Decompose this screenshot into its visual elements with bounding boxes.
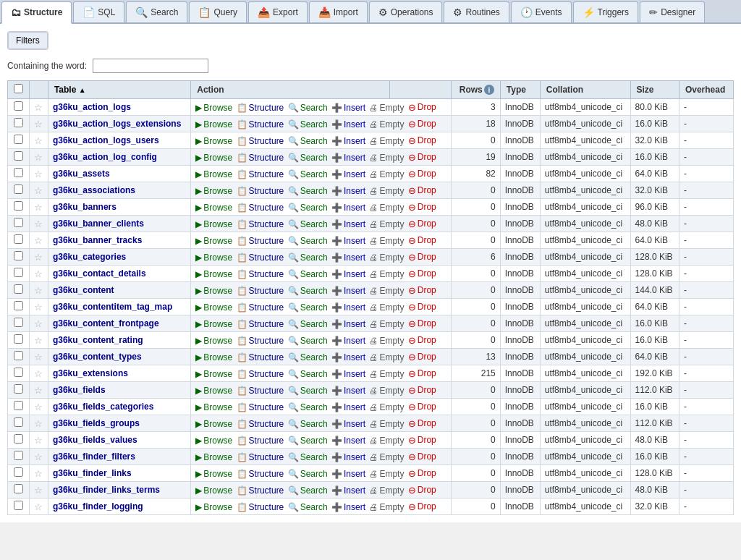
insert-link-20[interactable]: ➕ Insert (331, 436, 365, 446)
drop-link-8[interactable]: ⊖ Drop (408, 235, 436, 246)
structure-link-7[interactable]: 📋 Structure (237, 219, 284, 229)
browse-link-0[interactable]: ▶ Browse (195, 103, 232, 113)
browse-link-24[interactable]: ▶ Browse (195, 502, 232, 512)
table-name-link-10[interactable]: g36ku_contact_details (53, 268, 146, 279)
empty-link-16[interactable]: 🖨 Empty (369, 369, 404, 379)
empty-link-1[interactable]: 🖨 Empty (369, 119, 404, 130)
row-checkbox-2[interactable] (14, 135, 23, 144)
empty-link-0[interactable]: 🖨 Empty (369, 103, 404, 113)
insert-link-21[interactable]: ➕ Insert (331, 452, 365, 462)
star-icon-10[interactable]: ☆ (34, 268, 43, 279)
structure-link-3[interactable]: 📋 Structure (237, 153, 284, 163)
table-name-link-4[interactable]: g36ku_assets (53, 169, 110, 179)
browse-link-19[interactable]: ▶ Browse (195, 419, 232, 429)
search-link-3[interactable]: 🔍 Search (288, 153, 328, 163)
browse-link-5[interactable]: ▶ Browse (195, 186, 232, 196)
table-name-link-12[interactable]: g36ku_contentitem_tag_map (53, 302, 172, 312)
search-link-11[interactable]: 🔍 Search (288, 286, 328, 296)
drop-link-21[interactable]: ⊖ Drop (408, 451, 436, 462)
search-link-2[interactable]: 🔍 Search (288, 136, 328, 146)
row-checkbox-24[interactable] (14, 501, 23, 510)
table-name-link-1[interactable]: g36ku_action_logs_extensions (53, 119, 181, 129)
drop-link-22[interactable]: ⊖ Drop (408, 468, 436, 479)
drop-link-0[interactable]: ⊖ Drop (408, 102, 436, 113)
structure-link-12[interactable]: 📋 Structure (237, 302, 284, 313)
star-icon-15[interactable]: ☆ (34, 352, 43, 362)
drop-link-17[interactable]: ⊖ Drop (408, 385, 436, 396)
empty-link-3[interactable]: 🖨 Empty (369, 153, 404, 163)
star-icon-8[interactable]: ☆ (34, 235, 43, 246)
search-link-16[interactable]: 🔍 Search (288, 369, 328, 379)
insert-link-4[interactable]: ➕ Insert (331, 169, 365, 179)
row-checkbox-11[interactable] (14, 284, 23, 294)
tab-sql[interactable]: 📄SQL (73, 1, 124, 22)
browse-link-8[interactable]: ▶ Browse (195, 236, 232, 246)
empty-link-12[interactable]: 🖨 Empty (369, 302, 404, 313)
row-checkbox-14[interactable] (14, 334, 23, 344)
tab-structure[interactable]: 🗂Structure (1, 1, 72, 24)
drop-link-15[interactable]: ⊖ Drop (408, 352, 436, 362)
structure-link-23[interactable]: 📋 Structure (237, 485, 284, 496)
tab-events[interactable]: 🕐Events (511, 1, 572, 22)
table-name-link-6[interactable]: g36ku_banners (53, 202, 117, 212)
insert-link-16[interactable]: ➕ Insert (331, 369, 365, 379)
browse-link-10[interactable]: ▶ Browse (195, 269, 232, 279)
empty-link-21[interactable]: 🖨 Empty (369, 452, 404, 462)
insert-link-7[interactable]: ➕ Insert (331, 219, 365, 229)
row-checkbox-20[interactable] (14, 434, 23, 444)
search-link-13[interactable]: 🔍 Search (288, 319, 328, 329)
insert-link-11[interactable]: ➕ Insert (331, 286, 365, 296)
structure-link-4[interactable]: 📋 Structure (237, 169, 284, 179)
drop-link-11[interactable]: ⊖ Drop (408, 285, 436, 296)
drop-link-9[interactable]: ⊖ Drop (408, 252, 436, 263)
search-link-23[interactable]: 🔍 Search (288, 485, 328, 496)
table-name-link-2[interactable]: g36ku_action_logs_users (53, 135, 159, 145)
table-name-link-7[interactable]: g36ku_banner_clients (53, 219, 144, 229)
row-checkbox-10[interactable] (14, 268, 23, 277)
search-link-22[interactable]: 🔍 Search (288, 469, 328, 479)
browse-link-2[interactable]: ▶ Browse (195, 136, 232, 146)
structure-link-24[interactable]: 📋 Structure (237, 502, 284, 512)
table-name-link-11[interactable]: g36ku_content (53, 285, 114, 295)
row-checkbox-21[interactable] (14, 451, 23, 460)
browse-link-13[interactable]: ▶ Browse (195, 319, 232, 329)
table-name-link-8[interactable]: g36ku_banner_tracks (53, 235, 142, 245)
browse-link-21[interactable]: ▶ Browse (195, 452, 232, 462)
insert-link-19[interactable]: ➕ Insert (331, 419, 365, 429)
drop-link-19[interactable]: ⊖ Drop (408, 418, 436, 429)
drop-link-23[interactable]: ⊖ Drop (408, 485, 436, 496)
empty-link-6[interactable]: 🖨 Empty (369, 203, 404, 213)
table-name-link-19[interactable]: g36ku_fields_groups (53, 418, 140, 428)
tab-operations[interactable]: ⚙Operations (369, 1, 443, 22)
search-link-1[interactable]: 🔍 Search (288, 119, 328, 130)
row-checkbox-23[interactable] (14, 484, 23, 493)
search-link-9[interactable]: 🔍 Search (288, 253, 328, 263)
star-icon-20[interactable]: ☆ (34, 435, 43, 446)
browse-link-20[interactable]: ▶ Browse (195, 436, 232, 446)
empty-link-23[interactable]: 🖨 Empty (369, 485, 404, 496)
empty-link-11[interactable]: 🖨 Empty (369, 286, 404, 296)
empty-link-14[interactable]: 🖨 Empty (369, 336, 404, 346)
tab-search[interactable]: 🔍Search (126, 1, 187, 22)
row-checkbox-19[interactable] (14, 417, 23, 427)
browse-link-17[interactable]: ▶ Browse (195, 386, 232, 396)
structure-link-19[interactable]: 📋 Structure (237, 419, 284, 429)
drop-link-18[interactable]: ⊖ Drop (408, 402, 436, 412)
browse-link-14[interactable]: ▶ Browse (195, 336, 232, 346)
row-checkbox-1[interactable] (14, 118, 23, 127)
search-link-21[interactable]: 🔍 Search (288, 452, 328, 462)
star-icon-13[interactable]: ☆ (34, 318, 43, 329)
insert-link-5[interactable]: ➕ Insert (331, 186, 365, 196)
table-name-link-14[interactable]: g36ku_content_rating (53, 335, 143, 345)
tab-import[interactable]: 📥Import (309, 1, 368, 22)
structure-link-8[interactable]: 📋 Structure (237, 236, 284, 246)
drop-link-7[interactable]: ⊖ Drop (408, 219, 436, 229)
insert-link-12[interactable]: ➕ Insert (331, 302, 365, 313)
star-icon-0[interactable]: ☆ (34, 102, 43, 113)
structure-link-13[interactable]: 📋 Structure (237, 319, 284, 329)
structure-link-0[interactable]: 📋 Structure (237, 103, 284, 113)
star-icon-19[interactable]: ☆ (34, 418, 43, 429)
row-checkbox-9[interactable] (14, 251, 23, 260)
structure-link-14[interactable]: 📋 Structure (237, 336, 284, 346)
table-name-link-0[interactable]: g36ku_action_logs (53, 102, 131, 112)
